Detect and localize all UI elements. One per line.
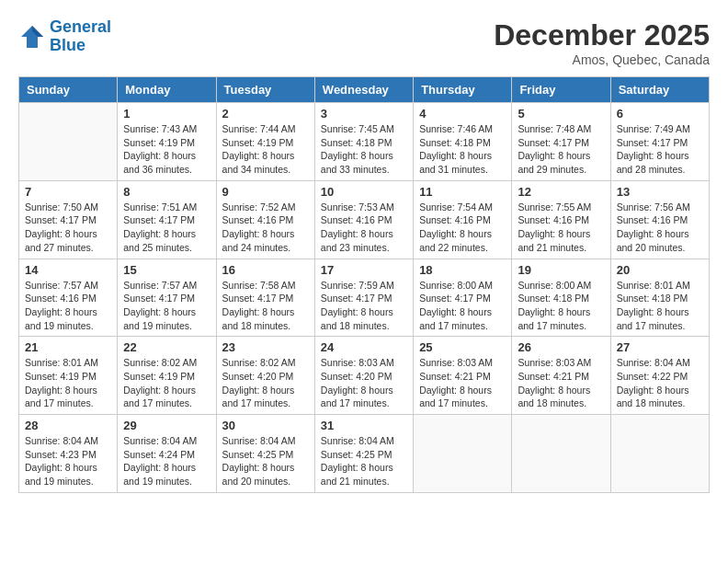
day-number: 27 (617, 340, 703, 354)
day-info: Sunrise: 8:02 AMSunset: 4:19 PMDaylight:… (123, 356, 210, 410)
day-info: Sunrise: 8:01 AMSunset: 4:19 PMDaylight:… (25, 356, 111, 410)
calendar-cell: 4Sunrise: 7:46 AMSunset: 4:18 PMDaylight… (414, 103, 512, 181)
day-number: 20 (617, 263, 703, 277)
day-number: 12 (518, 185, 604, 199)
day-number: 15 (123, 263, 210, 277)
calendar-cell: 20Sunrise: 8:01 AMSunset: 4:18 PMDayligh… (610, 259, 709, 337)
day-info: Sunrise: 7:48 AMSunset: 4:17 PMDaylight:… (518, 122, 604, 177)
day-info: Sunrise: 7:59 AMSunset: 4:17 PMDaylight:… (321, 279, 407, 333)
calendar-cell: 14Sunrise: 7:57 AMSunset: 4:16 PMDayligh… (19, 259, 118, 337)
day-info: Sunrise: 7:45 AMSunset: 4:18 PMDaylight:… (321, 122, 407, 177)
day-number: 19 (518, 263, 604, 277)
logo-line1: General (50, 17, 111, 36)
calendar-cell (610, 415, 709, 493)
calendar-cell: 19Sunrise: 8:00 AMSunset: 4:18 PMDayligh… (512, 259, 610, 337)
day-info: Sunrise: 7:54 AMSunset: 4:16 PMDaylight:… (419, 201, 506, 255)
weekday-header-saturday: Saturday (610, 77, 709, 103)
day-number: 30 (222, 419, 309, 432)
calendar-cell: 31Sunrise: 8:04 AMSunset: 4:25 PMDayligh… (314, 415, 413, 493)
day-number: 3 (321, 107, 407, 121)
day-number: 13 (617, 185, 703, 199)
weekday-header-monday: Monday (118, 77, 216, 103)
calendar-cell: 7Sunrise: 7:50 AMSunset: 4:17 PMDaylight… (19, 180, 118, 259)
day-number: 6 (617, 107, 703, 121)
calendar-cell: 29Sunrise: 8:04 AMSunset: 4:24 PMDayligh… (118, 415, 216, 493)
day-number: 26 (518, 340, 604, 354)
calendar-cell: 1Sunrise: 7:43 AMSunset: 4:19 PMDaylight… (118, 103, 216, 181)
day-number: 21 (25, 340, 111, 354)
day-number: 23 (222, 340, 309, 354)
weekday-header-wednesday: Wednesday (314, 77, 413, 103)
day-info: Sunrise: 7:55 AMSunset: 4:16 PMDaylight:… (518, 201, 604, 255)
day-info: Sunrise: 8:00 AMSunset: 4:18 PMDaylight:… (518, 279, 604, 333)
day-info: Sunrise: 8:03 AMSunset: 4:21 PMDaylight:… (419, 356, 506, 410)
day-number: 22 (123, 340, 210, 354)
calendar-week-row: 28Sunrise: 8:04 AMSunset: 4:23 PMDayligh… (19, 415, 710, 493)
calendar-cell: 21Sunrise: 8:01 AMSunset: 4:19 PMDayligh… (19, 337, 118, 415)
location: Amos, Quebec, Canada (494, 52, 710, 67)
day-info: Sunrise: 8:04 AMSunset: 4:22 PMDaylight:… (617, 356, 703, 410)
day-info: Sunrise: 8:04 AMSunset: 4:25 PMDaylight:… (321, 434, 407, 488)
day-number: 5 (518, 107, 604, 121)
day-number: 2 (222, 107, 309, 121)
calendar-cell: 12Sunrise: 7:55 AMSunset: 4:16 PMDayligh… (512, 180, 610, 259)
calendar-cell (414, 415, 512, 493)
day-info: Sunrise: 7:53 AMSunset: 4:16 PMDaylight:… (321, 201, 407, 255)
calendar-cell (19, 103, 118, 181)
calendar-cell: 15Sunrise: 7:57 AMSunset: 4:17 PMDayligh… (118, 259, 216, 337)
day-number: 25 (419, 340, 506, 354)
calendar-cell: 16Sunrise: 7:58 AMSunset: 4:17 PMDayligh… (216, 259, 314, 337)
logo-icon (18, 23, 46, 51)
day-number: 17 (321, 263, 407, 277)
logo-text: General Blue (50, 18, 111, 55)
day-number: 31 (321, 419, 407, 432)
title-block: December 2025 Amos, Quebec, Canada (494, 18, 710, 67)
day-info: Sunrise: 7:52 AMSunset: 4:16 PMDaylight:… (222, 201, 309, 255)
calendar-cell: 28Sunrise: 8:04 AMSunset: 4:23 PMDayligh… (19, 415, 118, 493)
day-info: Sunrise: 8:01 AMSunset: 4:18 PMDaylight:… (617, 279, 703, 333)
calendar-cell: 17Sunrise: 7:59 AMSunset: 4:17 PMDayligh… (314, 259, 413, 337)
day-info: Sunrise: 8:02 AMSunset: 4:20 PMDaylight:… (222, 356, 309, 410)
page-header: General Blue December 2025 Amos, Quebec,… (18, 18, 710, 67)
weekday-header-thursday: Thursday (414, 77, 512, 103)
calendar-cell: 6Sunrise: 7:49 AMSunset: 4:17 PMDaylight… (610, 103, 709, 181)
calendar-cell: 18Sunrise: 8:00 AMSunset: 4:17 PMDayligh… (414, 259, 512, 337)
calendar-cell: 2Sunrise: 7:44 AMSunset: 4:19 PMDaylight… (216, 103, 314, 181)
day-number: 16 (222, 263, 309, 277)
day-info: Sunrise: 7:57 AMSunset: 4:16 PMDaylight:… (25, 279, 111, 333)
day-info: Sunrise: 7:44 AMSunset: 4:19 PMDaylight:… (222, 122, 309, 177)
weekday-header-friday: Friday (512, 77, 610, 103)
day-info: Sunrise: 8:03 AMSunset: 4:21 PMDaylight:… (518, 356, 604, 410)
day-number: 4 (419, 107, 506, 121)
calendar-cell: 23Sunrise: 8:02 AMSunset: 4:20 PMDayligh… (216, 337, 314, 415)
calendar-cell: 10Sunrise: 7:53 AMSunset: 4:16 PMDayligh… (314, 180, 413, 259)
day-info: Sunrise: 7:50 AMSunset: 4:17 PMDaylight:… (25, 201, 111, 255)
calendar-cell: 3Sunrise: 7:45 AMSunset: 4:18 PMDaylight… (314, 103, 413, 181)
calendar-cell: 9Sunrise: 7:52 AMSunset: 4:16 PMDaylight… (216, 180, 314, 259)
logo-line2: Blue (50, 36, 85, 54)
day-info: Sunrise: 8:04 AMSunset: 4:24 PMDaylight:… (123, 434, 210, 488)
day-number: 10 (321, 185, 407, 199)
calendar-cell: 27Sunrise: 8:04 AMSunset: 4:22 PMDayligh… (610, 337, 709, 415)
calendar-week-row: 7Sunrise: 7:50 AMSunset: 4:17 PMDaylight… (19, 180, 710, 259)
day-number: 8 (123, 185, 210, 199)
calendar-cell: 8Sunrise: 7:51 AMSunset: 4:17 PMDaylight… (118, 180, 216, 259)
calendar-cell: 24Sunrise: 8:03 AMSunset: 4:20 PMDayligh… (314, 337, 413, 415)
calendar-week-row: 1Sunrise: 7:43 AMSunset: 4:19 PMDaylight… (19, 103, 710, 181)
day-number: 9 (222, 185, 309, 199)
day-number: 28 (25, 419, 111, 432)
day-info: Sunrise: 7:51 AMSunset: 4:17 PMDaylight:… (123, 201, 210, 255)
calendar-cell: 25Sunrise: 8:03 AMSunset: 4:21 PMDayligh… (414, 337, 512, 415)
weekday-header-row: SundayMondayTuesdayWednesdayThursdayFrid… (19, 77, 710, 103)
day-info: Sunrise: 7:57 AMSunset: 4:17 PMDaylight:… (123, 279, 210, 333)
calendar-cell: 22Sunrise: 8:02 AMSunset: 4:19 PMDayligh… (118, 337, 216, 415)
weekday-header-sunday: Sunday (19, 77, 118, 103)
calendar-week-row: 21Sunrise: 8:01 AMSunset: 4:19 PMDayligh… (19, 337, 710, 415)
calendar-cell (512, 415, 610, 493)
calendar-cell: 26Sunrise: 8:03 AMSunset: 4:21 PMDayligh… (512, 337, 610, 415)
month-year: December 2025 (494, 18, 710, 52)
day-info: Sunrise: 7:58 AMSunset: 4:17 PMDaylight:… (222, 279, 309, 333)
day-info: Sunrise: 7:46 AMSunset: 4:18 PMDaylight:… (419, 122, 506, 177)
day-number: 24 (321, 340, 407, 354)
calendar-week-row: 14Sunrise: 7:57 AMSunset: 4:16 PMDayligh… (19, 259, 710, 337)
